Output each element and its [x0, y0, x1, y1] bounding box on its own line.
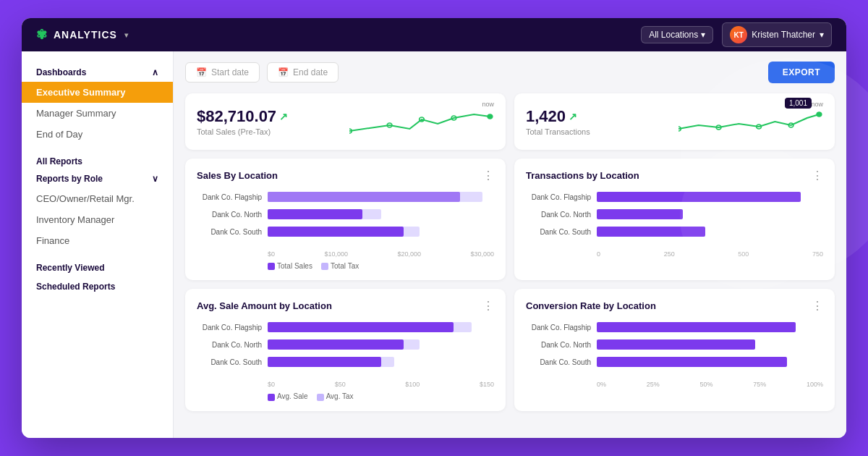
export-button[interactable]: EXPORT — [768, 62, 835, 83]
chart-menu-transactions[interactable]: ⋮ — [812, 169, 823, 182]
brand: ✾ ANALYTICS ▾ — [36, 27, 129, 43]
svg-point-9 — [817, 112, 822, 117]
dashboards-header: Dashboards ∧ — [22, 63, 173, 82]
avatar: KT — [730, 26, 747, 43]
chart-legend-sales: Total Sales Total Tax — [197, 262, 494, 270]
recently-viewed-label[interactable]: Recently Viewed — [22, 257, 173, 276]
bar-row: Dank Co. Flagship — [197, 321, 494, 333]
user-caret-icon: ▾ — [820, 30, 824, 40]
bar-row: Dank Co. North — [526, 208, 823, 220]
stats-row: $82,710.07 ↗ Total Sales (Pre-Tax) now — [185, 93, 835, 150]
bar-secondary — [268, 192, 482, 202]
sparkline-transactions: now 1,001 — [678, 104, 823, 140]
stat-value-transactions: 1,420 ↗ — [526, 107, 590, 126]
sidebar-item-ceo[interactable]: CEO/Owner/Retail Mgr. — [22, 188, 173, 209]
end-date-picker[interactable]: 📅 End date — [267, 62, 339, 83]
chart-title-conversion: Conversion Rate by Location — [526, 300, 656, 311]
sidebar-item-manager-summary[interactable]: Manager Summary — [22, 103, 173, 124]
leaf-icon: ✾ — [36, 27, 48, 43]
sparkline-tooltip: 1,001 — [785, 98, 812, 109]
trend-up-icon-2: ↗ — [569, 111, 577, 122]
sidebar-item-inventory[interactable]: Inventory Manager — [22, 209, 173, 230]
bar-row: Dank Co. Flagship — [197, 191, 494, 203]
svg-point-4 — [488, 114, 493, 119]
chart-row-2: Avg. Sale Amount by Location ⋮ Dank Co. … — [185, 289, 835, 410]
chart-transactions-by-location: Transactions by Location ⋮ Dank Co. Flag… — [514, 159, 835, 280]
location-selector[interactable]: All Locations ▾ — [641, 26, 713, 43]
sidebar-item-finance[interactable]: Finance — [22, 230, 173, 251]
chart-avg-sale: Avg. Sale Amount by Location ⋮ Dank Co. … — [185, 289, 506, 410]
main-content: 📅 Start date 📅 End date EXPORT — [174, 51, 846, 438]
stat-card-sales: $82,710.07 ↗ Total Sales (Pre-Tax) now — [185, 93, 506, 150]
chart-sales-by-location: Sales By Location ⋮ Dank Co. Flagship — [185, 159, 506, 280]
chart-menu-sales[interactable]: ⋮ — [482, 169, 494, 182]
chart-axis-transactions: 0 250 500 750 — [526, 250, 823, 258]
bar-chart-sales: Dank Co. Flagship Dank Co. North — [197, 191, 494, 248]
calendar-icon-end: 📅 — [278, 67, 289, 77]
all-reports-label[interactable]: All Reports — [22, 151, 173, 169]
stat-label-sales: Total Sales (Pre-Tax) — [197, 127, 288, 136]
chart-title-avg-sale: Avg. Sale Amount by Location — [197, 300, 332, 311]
sidebar: Dashboards ∧ Executive Summary Manager S… — [22, 51, 174, 438]
bar-row: Dank Co. Flagship — [526, 321, 823, 333]
dashboards-collapse-icon[interactable]: ∧ — [152, 67, 158, 77]
chart-title-transactions-location: Transactions by Location — [526, 170, 639, 181]
brand-caret: ▾ — [124, 31, 129, 39]
bar-row: Dank Co. Flagship — [526, 191, 823, 203]
chart-menu-avg-sale[interactable]: ⋮ — [482, 299, 494, 313]
scheduled-reports-label[interactable]: Scheduled Reports — [22, 276, 173, 295]
chart-axis-sales: $0 $10,000 $20,000 $30,000 — [197, 250, 494, 258]
chart-menu-conversion[interactable]: ⋮ — [812, 299, 823, 313]
bar-row: Dank Co. North — [197, 339, 494, 350]
location-caret-icon: ▾ — [701, 30, 705, 40]
reports-by-role-header[interactable]: Reports by Role ∨ — [22, 169, 173, 188]
user-menu[interactable]: KT Kristen Thatcher ▾ — [722, 22, 832, 47]
calendar-icon: 📅 — [196, 67, 207, 77]
start-date-picker[interactable]: 📅 Start date — [185, 62, 260, 83]
chart-title-sales-location: Sales By Location — [197, 170, 278, 181]
toolbar: 📅 Start date 📅 End date EXPORT — [185, 62, 835, 83]
chart-conversion-rate: Conversion Rate by Location ⋮ Dank Co. F… — [514, 289, 835, 410]
stat-label-transactions: Total Transactions — [526, 127, 590, 136]
chart-legend-avg-sale: Avg. Sale Avg. Tax — [197, 392, 494, 400]
stat-value-sales: $82,710.07 ↗ — [197, 107, 288, 126]
bar-row: Dank Co. North — [197, 208, 494, 220]
chart-axis-conversion: 0% 25% 50% 75% 100% — [526, 381, 823, 388]
bar-row: Dank Co. South — [197, 226, 494, 237]
stat-card-transactions: 1,420 ↗ Total Transactions now 1,001 — [514, 93, 835, 150]
bar-row: Dank Co. South — [526, 226, 823, 237]
sidebar-item-executive-summary[interactable]: Executive Summary — [22, 82, 173, 103]
bar-row: Dank Co. North — [526, 339, 823, 350]
bar-row: Dank Co. South — [526, 356, 823, 368]
sidebar-item-end-of-day[interactable]: End of Day — [22, 124, 173, 145]
bar-row: Dank Co. South — [197, 356, 494, 368]
sparkline-sales: now — [349, 104, 494, 140]
chart-axis-avg-sale: $0 $50 $100 $150 — [197, 381, 494, 388]
chart-row-1: Sales By Location ⋮ Dank Co. Flagship — [185, 159, 835, 280]
trend-up-icon: ↗ — [279, 111, 288, 122]
reports-by-role-caret-icon: ∨ — [152, 174, 158, 184]
